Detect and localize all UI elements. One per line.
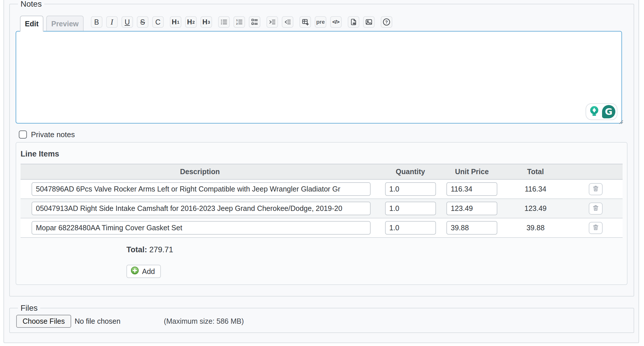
toolbar-group: 12 xyxy=(218,16,260,28)
toolbar-group: ? xyxy=(381,16,392,28)
strikethrough-glyph: S xyxy=(140,18,145,26)
line-item-row: 39.88 xyxy=(21,218,623,238)
toolbar-unordered-list-button[interactable] xyxy=(218,16,230,28)
line-item-total: 39.88 xyxy=(502,218,569,238)
line-item-description-input[interactable] xyxy=(32,221,371,235)
items-total-label: Total: xyxy=(126,245,147,254)
outdent-icon xyxy=(284,18,291,26)
line-item-description-input[interactable] xyxy=(32,182,371,196)
toolbar-heading-1-button[interactable]: H1 xyxy=(170,16,181,28)
line-item-unit-price-input[interactable] xyxy=(446,182,497,196)
items-total-value: 279.71 xyxy=(149,245,173,254)
column-header-quantity: Quantity xyxy=(379,164,441,179)
notes-fieldset: Notes Edit Preview BIUSCH1H2H312pre</>? xyxy=(9,0,634,297)
bold-glyph: B xyxy=(94,18,99,26)
toolbar-c-button[interactable]: C xyxy=(152,16,164,28)
toolbar-group: BIUSC xyxy=(91,16,164,28)
private-notes-row: Private notes xyxy=(19,130,628,139)
column-header-description: Description xyxy=(21,164,379,179)
textarea-resize-handle[interactable] xyxy=(617,118,624,126)
toolbar-bold-button[interactable]: B xyxy=(91,16,102,28)
tab-edit[interactable]: Edit xyxy=(20,16,43,32)
notes-tabbar: Edit Preview BIUSCH1H2H312pre</>? xyxy=(16,16,628,31)
column-header-actions xyxy=(569,164,623,179)
grammarly-suggestions-icon[interactable] xyxy=(588,104,601,119)
insert-table-icon xyxy=(301,18,309,26)
line-item-description-input[interactable] xyxy=(32,202,371,215)
code-glyph: </> xyxy=(332,19,339,25)
add-button-label: Add xyxy=(142,267,155,276)
toolbar-insert-table-button[interactable] xyxy=(299,16,311,28)
line-items-title: Line Items xyxy=(21,150,622,159)
help-icon: ? xyxy=(382,18,391,26)
add-plus-icon xyxy=(130,266,139,277)
delete-line-item-button[interactable] xyxy=(589,183,603,195)
task-list-icon xyxy=(251,18,258,26)
grammarly-logo-icon[interactable]: G xyxy=(602,105,615,118)
toolbar-italic-button[interactable]: I xyxy=(106,16,118,28)
private-notes-label: Private notes xyxy=(31,130,75,139)
delete-line-item-button[interactable] xyxy=(589,222,603,234)
line-item-unit-price-input[interactable] xyxy=(446,202,497,215)
insert-image-icon xyxy=(365,18,373,26)
toolbar-underline-button[interactable]: U xyxy=(122,16,133,28)
max-size-text: (Maximum size: 586 MB) xyxy=(164,317,244,325)
line-item-total: 123.49 xyxy=(502,199,569,218)
files-legend: Files xyxy=(18,303,40,313)
heading-1-sub: 1 xyxy=(177,20,179,25)
ordered-list-icon: 12 xyxy=(235,18,243,26)
toolbar-code-button[interactable]: </> xyxy=(330,16,342,28)
wiki-toolbar: BIUSCH1H2H312pre</>? xyxy=(91,16,392,28)
toolbar-group: pre</> xyxy=(299,16,342,28)
column-header-total: Total xyxy=(502,164,569,179)
delete-line-item-button[interactable] xyxy=(589,203,603,215)
toolbar-group xyxy=(348,16,375,28)
heading-1-glyph: H xyxy=(172,18,176,26)
c-glyph: C xyxy=(155,18,161,26)
toolbar-outdent-button[interactable] xyxy=(282,16,293,28)
toolbar-insert-image-button[interactable] xyxy=(363,16,375,28)
tab-preview[interactable]: Preview xyxy=(46,16,84,32)
svg-text:?: ? xyxy=(385,19,388,24)
heading-3-sub: 3 xyxy=(208,20,210,25)
svg-text:2: 2 xyxy=(236,22,238,25)
unordered-list-icon xyxy=(220,18,228,26)
grammarly-widget[interactable]: G xyxy=(586,103,617,120)
heading-3-glyph: H xyxy=(202,18,207,26)
toolbar-task-list-button[interactable] xyxy=(249,16,260,28)
tab-edit-label: Edit xyxy=(25,20,38,28)
notes-legend: Notes xyxy=(18,0,44,9)
tab-preview-label: Preview xyxy=(51,20,79,28)
line-item-quantity-input[interactable] xyxy=(385,221,436,235)
toolbar-ordered-list-button[interactable]: 12 xyxy=(233,16,245,28)
heading-2-glyph: H xyxy=(187,18,192,26)
heading-2-sub: 2 xyxy=(192,20,195,25)
choose-files-button[interactable]: Choose Files xyxy=(16,315,71,328)
toolbar-help-button[interactable]: ? xyxy=(381,16,392,28)
line-item-quantity-input[interactable] xyxy=(385,182,436,196)
notes-textarea[interactable] xyxy=(16,31,622,124)
indent-icon xyxy=(268,18,276,26)
private-notes-checkbox[interactable] xyxy=(19,130,27,139)
toolbar-heading-2-button[interactable]: H2 xyxy=(185,16,197,28)
svg-text:1: 1 xyxy=(236,19,238,22)
toolbar-indent-button[interactable] xyxy=(266,16,278,28)
toolbar-strikethrough-button[interactable]: S xyxy=(137,16,148,28)
toolbar-heading-3-button[interactable]: H3 xyxy=(200,16,212,28)
table-header-row: Description Quantity Unit Price Total xyxy=(21,164,623,179)
items-total: Total: 279.71 xyxy=(126,245,622,254)
line-item-row: 123.49 xyxy=(21,199,623,218)
trash-icon xyxy=(592,185,599,193)
files-fieldset: Files Choose Files No file chosen (Maxim… xyxy=(9,303,634,333)
trash-icon xyxy=(592,224,599,232)
italic-glyph: I xyxy=(111,18,113,27)
line-item-unit-price-input[interactable] xyxy=(446,221,497,235)
notes-editor: G xyxy=(16,31,622,124)
file-upload-row: Choose Files No file chosen (Maximum siz… xyxy=(16,314,628,328)
add-line-item-button[interactable]: Add xyxy=(126,265,161,278)
line-item-quantity-input[interactable] xyxy=(385,202,436,215)
toolbar-group xyxy=(266,16,293,28)
toolbar-attach-file-button[interactable] xyxy=(348,16,359,28)
trash-icon xyxy=(592,204,599,213)
toolbar-pre-button[interactable]: pre xyxy=(315,16,326,28)
